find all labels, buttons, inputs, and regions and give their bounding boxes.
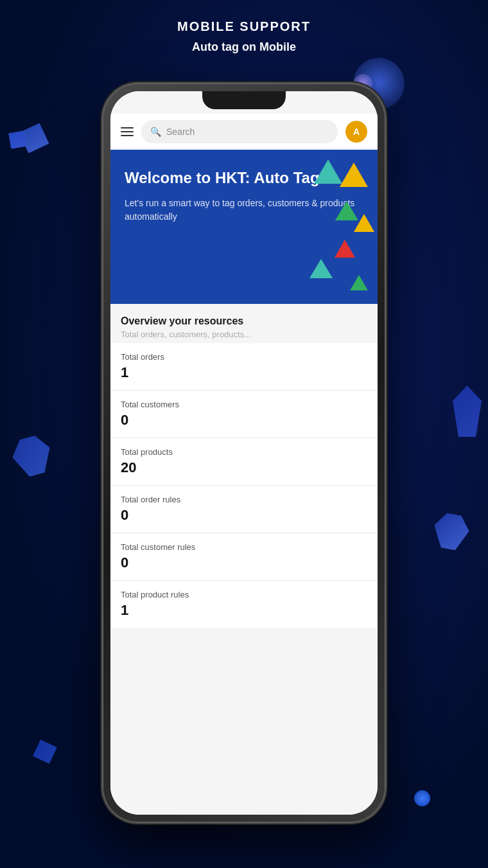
auto-tag-subtitle: Auto tag on Mobile — [0, 40, 488, 54]
hero-banner: Welcome to HKT: Auto Tag! Let's run a sm… — [110, 150, 378, 304]
search-box[interactable]: 🔍 Search — [141, 120, 338, 143]
stat-value-2: 20 — [121, 459, 367, 476]
gem-shape-7 — [453, 385, 482, 437]
stat-row[interactable]: Total products20 — [110, 438, 378, 486]
stat-label-3: Total order rules — [121, 495, 367, 504]
stat-label-5: Total product rules — [121, 590, 367, 599]
phone-screen: 🔍 Search A Welcome to HKT: Auto Tag! Let… — [110, 91, 378, 815]
tri-teal-2 — [309, 259, 333, 278]
hamburger-menu[interactable] — [121, 127, 134, 136]
stats-card: Total orders1Total customers0Total produ… — [110, 343, 378, 628]
gem-shape-6 — [414, 790, 430, 806]
tri-yellow-1 — [340, 163, 368, 187]
stat-row[interactable]: Total customers0 — [110, 391, 378, 438]
phone-inner: 🔍 Search A Welcome to HKT: Auto Tag! Let… — [110, 91, 378, 815]
gem-shape-2 — [8, 432, 55, 479]
stat-value-3: 0 — [121, 507, 367, 524]
triangle-decoration — [301, 150, 378, 304]
top-bar: 🔍 Search A — [110, 114, 378, 150]
search-icon: 🔍 — [150, 127, 161, 137]
page-header: MOBILE SUPPORT Auto tag on Mobile — [0, 19, 488, 54]
section-header: Overview your resources Total orders, cu… — [110, 304, 378, 343]
tri-green-2 — [350, 275, 368, 290]
stat-label-1: Total customers — [121, 400, 367, 409]
stat-row[interactable]: Total product rules1 — [110, 581, 378, 628]
stat-row[interactable]: Total orders1 — [110, 343, 378, 391]
avatar[interactable]: A — [345, 121, 367, 143]
stat-row[interactable]: Total customer rules0 — [110, 533, 378, 581]
phone-notch — [202, 91, 286, 109]
stat-label-4: Total customer rules — [121, 542, 367, 552]
stat-row[interactable]: Total order rules0 — [110, 486, 378, 533]
stat-value-4: 0 — [121, 554, 367, 571]
section-title: Overview your resources — [121, 315, 367, 327]
content-area[interactable]: Overview your resources Total orders, cu… — [110, 304, 378, 815]
tri-red-1 — [335, 240, 355, 258]
search-placeholder-text: Search — [166, 127, 195, 137]
stat-label-0: Total orders — [121, 352, 367, 362]
stat-value-0: 1 — [121, 364, 367, 381]
gem-shape-5 — [28, 735, 61, 768]
section-subtitle: Total orders, customers, products... — [121, 330, 367, 339]
gem-shape-4 — [431, 511, 472, 553]
tri-yellow-2 — [354, 214, 374, 232]
stat-value-5: 1 — [121, 602, 367, 619]
stat-value-1: 0 — [121, 412, 367, 429]
tri-teal-1 — [314, 159, 342, 184]
stat-label-2: Total products — [121, 447, 367, 457]
phone-frame: 🔍 Search A Welcome to HKT: Auto Tag! Let… — [103, 84, 385, 822]
mobile-support-title: MOBILE SUPPORT — [0, 19, 488, 34]
